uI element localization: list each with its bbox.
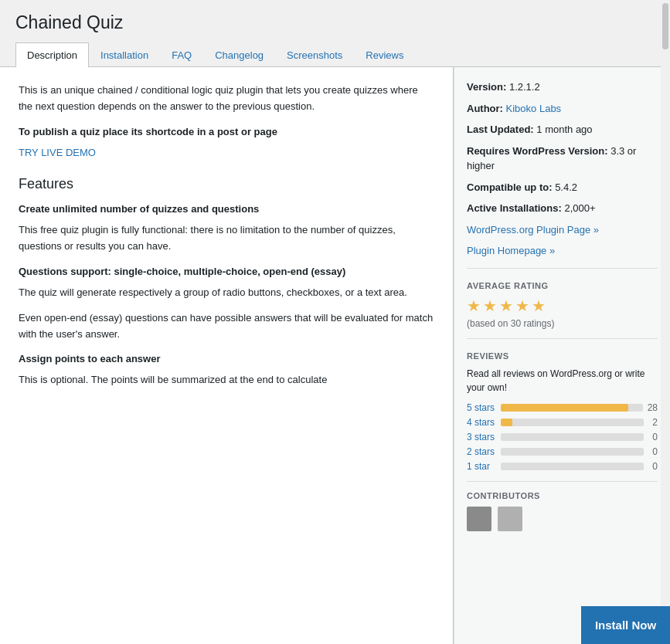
bar-fill-1 bbox=[501, 419, 512, 426]
wp-plugin-page-row: WordPress.org Plugin Page » bbox=[467, 222, 658, 238]
tab-faq[interactable]: FAQ bbox=[160, 42, 203, 67]
active-installs-row: Active Installations: 2,000+ bbox=[467, 201, 658, 216]
compatible-label: Compatible up to: bbox=[467, 181, 553, 193]
rating-bar-label-1[interactable]: 4 stars bbox=[467, 417, 496, 428]
sidebar: Version: 1.2.1.2 Author: Kiboko Labs Las… bbox=[454, 67, 670, 644]
stars-row: ★ ★ ★ ★ ★ bbox=[467, 297, 658, 315]
intro-text: This is an unique chained / conditional … bbox=[19, 83, 434, 115]
author-link[interactable]: Kiboko Labs bbox=[506, 103, 562, 114]
bar-fill-0 bbox=[501, 404, 628, 412]
active-installs-label: Active Installations: bbox=[467, 202, 562, 214]
plugin-homepage-row: Plugin Homepage » bbox=[467, 243, 658, 259]
requires-label: Requires WordPress Version: bbox=[467, 145, 608, 157]
bar-count-4: 0 bbox=[648, 461, 658, 472]
avg-rating-heading: AVERAGE RATING bbox=[467, 281, 658, 290]
feature1-body: This free quiz plugin is fully functiona… bbox=[19, 222, 434, 255]
feature1-title: Create unlimited number of quizzes and q… bbox=[19, 203, 434, 215]
bar-count-3: 0 bbox=[648, 446, 658, 457]
requires-row: Requires WordPress Version: 3.3 or highe… bbox=[467, 144, 658, 174]
last-updated-label: Last Updated: bbox=[467, 124, 534, 135]
bar-track-2 bbox=[501, 433, 644, 441]
install-now-label: Install Now bbox=[595, 619, 656, 632]
install-now-button[interactable]: Install Now bbox=[581, 606, 670, 644]
star-3: ★ bbox=[499, 297, 513, 315]
page-wrapper: Chained Quiz Description Installation FA… bbox=[0, 0, 670, 644]
tab-description[interactable]: Description bbox=[15, 42, 89, 67]
rating-bars: 5 stars284 stars23 stars02 stars01 star0 bbox=[467, 402, 658, 472]
scrollbar-track[interactable] bbox=[661, 0, 670, 644]
tab-reviews[interactable]: Reviews bbox=[354, 42, 415, 67]
contributor-avatar-1 bbox=[467, 507, 491, 531]
live-demo-link[interactable]: TRY LIVE DEMO bbox=[19, 147, 96, 158]
author-label: Author: bbox=[467, 103, 503, 114]
plugin-homepage-link[interactable]: Plugin Homepage » bbox=[467, 245, 555, 256]
rating-bar-label-4[interactable]: 1 star bbox=[467, 461, 496, 472]
bar-track-4 bbox=[501, 463, 644, 470]
rating-bar-row-0: 5 stars28 bbox=[467, 402, 658, 413]
bar-track-1 bbox=[501, 419, 644, 426]
divider2 bbox=[467, 338, 658, 339]
tab-installation[interactable]: Installation bbox=[89, 42, 160, 67]
tab-screenshots[interactable]: Screenshots bbox=[275, 42, 354, 67]
version-row: Version: 1.2.1.2 bbox=[467, 80, 658, 95]
rating-count: (based on 30 ratings) bbox=[467, 318, 658, 329]
active-installs-value: 2,000+ bbox=[564, 202, 595, 214]
bar-count-1: 2 bbox=[648, 417, 658, 428]
version-label: Version: bbox=[467, 81, 506, 93]
last-updated-row: Last Updated: 1 month ago bbox=[467, 122, 658, 137]
tabs-bar: Description Installation FAQ Changelog S… bbox=[0, 42, 670, 67]
reviews-heading: REVIEWS bbox=[467, 351, 658, 361]
rating-bar-label-0[interactable]: 5 stars bbox=[467, 402, 496, 413]
contributors-heading: CONTRIBUTORS bbox=[467, 491, 658, 500]
wp-plugin-page-link[interactable]: WordPress.org Plugin Page » bbox=[467, 224, 599, 236]
scrollbar-thumb[interactable] bbox=[662, 3, 668, 49]
contributor-avatar-2 bbox=[498, 507, 522, 531]
rating-bar-row-4: 1 star0 bbox=[467, 461, 658, 472]
star-4: ★ bbox=[515, 297, 529, 315]
rating-bar-row-1: 4 stars2 bbox=[467, 417, 658, 428]
bar-track-3 bbox=[501, 448, 644, 456]
divider3 bbox=[467, 481, 658, 482]
contributors-row bbox=[467, 507, 658, 531]
bar-count-2: 0 bbox=[648, 432, 658, 442]
rating-bar-label-2[interactable]: 3 stars bbox=[467, 432, 496, 442]
shortcode-note: To publish a quiz place its shortcode in… bbox=[19, 126, 434, 137]
feature2-title: Questions support: single-choice, multip… bbox=[19, 266, 434, 277]
feature3-body: This is optional. The points will be sum… bbox=[19, 372, 434, 388]
feature2-body2: Even open-end (essay) questions can have… bbox=[19, 310, 434, 343]
features-heading: Features bbox=[19, 176, 434, 192]
compatible-row: Compatible up to: 5.4.2 bbox=[467, 180, 658, 195]
bar-count-0: 28 bbox=[648, 402, 658, 413]
feature2-body1: The quiz will generate respectively a gr… bbox=[19, 285, 434, 301]
rating-bar-label-3[interactable]: 2 stars bbox=[467, 446, 496, 457]
content-area: This is an unique chained / conditional … bbox=[0, 67, 670, 644]
author-row: Author: Kiboko Labs bbox=[467, 101, 658, 117]
compatible-value: 5.4.2 bbox=[555, 181, 577, 193]
star-2: ★ bbox=[483, 297, 497, 315]
last-updated-value: 1 month ago bbox=[536, 124, 592, 135]
star-1: ★ bbox=[467, 297, 481, 315]
divider1 bbox=[467, 268, 658, 269]
reviews-text: Read all reviews on WordPress.org or wri… bbox=[467, 367, 658, 395]
rating-bar-row-2: 3 stars0 bbox=[467, 432, 658, 442]
main-description: This is an unique chained / conditional … bbox=[0, 67, 454, 644]
star-5: ★ bbox=[532, 297, 546, 315]
feature3-title: Assign points to each answer bbox=[19, 353, 434, 364]
rating-bar-row-3: 2 stars0 bbox=[467, 446, 658, 457]
version-value: 1.2.1.2 bbox=[509, 81, 540, 93]
bar-track-0 bbox=[501, 404, 643, 412]
page-title: Chained Quiz bbox=[0, 0, 670, 42]
tab-changelog[interactable]: Changelog bbox=[203, 42, 275, 67]
